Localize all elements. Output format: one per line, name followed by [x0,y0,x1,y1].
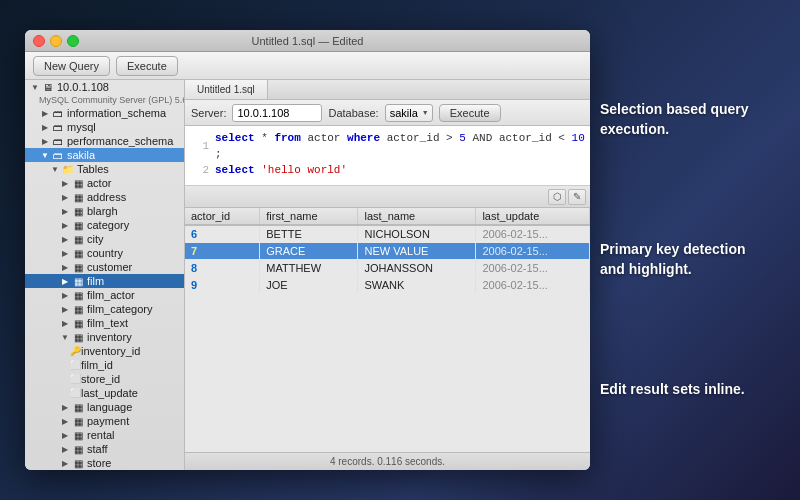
sidebar-item-film[interactable]: ▶ ▦ film [25,274,184,288]
col-header-actor-id: actor_id [185,208,260,225]
db-value: sakila [390,107,418,119]
table-name: customer [87,261,132,273]
table-name: address [87,191,126,203]
sidebar-item-city[interactable]: ▶ ▦ city [25,232,184,246]
line-number: 1 [193,138,209,154]
table-row[interactable]: 9JOESWANK2006-02-15... [185,277,590,294]
table-icon: ▦ [71,247,85,259]
arrow-icon: ▶ [59,275,71,287]
db-icon: 🗃 [51,121,65,133]
sidebar-item-customer[interactable]: ▶ ▦ customer [25,260,184,274]
table-icon: ▦ [71,261,85,273]
results-table-wrapper[interactable]: actor_id first_name last_name last_updat… [185,208,590,452]
status-text: 4 records. 0.116 seconds. [330,456,445,467]
database-label: Database: [328,107,378,119]
arrow-icon: ▼ [29,81,41,93]
status-bar: 4 records. 0.116 seconds. [185,452,590,470]
results-toolbar: ⬡ ✎ [185,186,590,208]
doc-tab[interactable]: Untitled 1.sql [185,80,268,99]
col-header-last-name: last_name [358,208,476,225]
table-row[interactable]: 7GRACENEW VALUE2006-02-15... [185,243,590,260]
sidebar-item-information-schema[interactable]: ▶ 🗃 information_schema [25,106,184,120]
table-icon: ▦ [71,205,85,217]
table-name: blargh [87,205,118,217]
table-name: film_text [87,317,128,329]
server-input[interactable]: 10.0.1.108 [232,104,322,122]
col-icon: ⬜ [69,359,81,371]
minimize-button[interactable] [50,35,62,47]
table-row[interactable]: 8MATTHEWJOHANSSON2006-02-15... [185,260,590,277]
line-number: 2 [193,162,209,178]
maximize-button[interactable] [67,35,79,47]
table-icon: ▦ [71,331,85,343]
annotation-2-text: Primary key detectionand highlight. [600,241,746,277]
table-row[interactable]: 6BETTENICHOLSON2006-02-15... [185,225,590,243]
app-window: Untitled 1.sql — Edited New Query Execut… [25,30,590,470]
results-export-icon[interactable]: ⬡ [548,189,566,205]
table-icon: ▦ [71,191,85,203]
sidebar-item-payment[interactable]: ▶ ▦ payment [25,414,184,428]
arrow-icon: ▶ [59,191,71,203]
table-icon: ▦ [71,401,85,413]
close-button[interactable] [33,35,45,47]
cell-last-name: NEW VALUE [358,243,476,260]
sidebar-item-category[interactable]: ▶ ▦ category [25,218,184,232]
right-panel: Selection based queryexecution. Primary … [590,30,800,470]
sidebar-item-language[interactable]: ▶ ▦ language [25,400,184,414]
table-name: store [87,457,111,469]
sidebar-item-address[interactable]: ▶ ▦ address [25,190,184,204]
arrow-icon: ▶ [59,457,71,469]
sidebar-item-mysql[interactable]: ▶ 🗃 mysql [25,120,184,134]
sql-line-2: 2 select 'hello world' [193,162,586,178]
col-icon: ⬜ [69,373,81,385]
col-icon: 🔑 [69,345,81,357]
server-icon: 🖥 [41,81,55,93]
sidebar-item-film-category[interactable]: ▶ ▦ film_category [25,302,184,316]
arrow-icon: ▶ [59,289,71,301]
db-name: performance_schema [67,135,173,147]
annotation-2: Primary key detectionand highlight. [600,240,790,279]
arrow-icon: ▶ [59,261,71,273]
new-query-button[interactable]: New Query [33,56,110,76]
sidebar-item-film-text[interactable]: ▶ ▦ film_text [25,316,184,330]
arrow-icon: ▶ [59,401,71,413]
sql-code: select 'hello world' [215,162,347,178]
sidebar-item-store[interactable]: ▶ ▦ store [25,456,184,470]
table-icon: ▦ [71,429,85,441]
arrow-icon: ▶ [39,107,51,119]
cell-first-name: BETTE [260,225,358,243]
col-header-last-update: last_update [476,208,590,225]
results-filter-icon[interactable]: ✎ [568,189,586,205]
query-execute-button[interactable]: Execute [439,104,501,122]
sidebar-item-inventory-id[interactable]: 🔑 inventory_id [25,344,184,358]
sidebar-item-film-actor[interactable]: ▶ ▦ film_actor [25,288,184,302]
database-select[interactable]: sakila [385,104,433,122]
sidebar-item-inventory[interactable]: ▼ ▦ inventory [25,330,184,344]
sidebar-item-blargh[interactable]: ▶ ▦ blargh [25,204,184,218]
table-icon: ▦ [71,275,85,287]
sidebar-item-actor[interactable]: ▶ ▦ actor [25,176,184,190]
sql-editor[interactable]: 1 select * from actor where actor_id > 5… [185,126,590,186]
sidebar-item-sakila[interactable]: ▼ 🗃 sakila [25,148,184,162]
sidebar-item-performance-schema[interactable]: ▶ 🗃 performance_schema [25,134,184,148]
cell-first-name: GRACE [260,243,358,260]
sidebar-item-last-update-col[interactable]: ⬜ last_update [25,386,184,400]
cell-last-update: 2006-02-15... [476,277,590,294]
sidebar-item-film-id[interactable]: ⬜ film_id [25,358,184,372]
arrow-icon: ▶ [59,317,71,329]
sidebar-item-rental[interactable]: ▶ ▦ rental [25,428,184,442]
sidebar-item-staff[interactable]: ▶ ▦ staff [25,442,184,456]
cell-last-update: 2006-02-15... [476,243,590,260]
sidebar-item-store-id[interactable]: ⬜ store_id [25,372,184,386]
execute-button[interactable]: Execute [116,56,178,76]
cell-last-name: SWANK [358,277,476,294]
server-label: Server: [191,107,226,119]
db-icon: 🗃 [51,149,65,161]
sidebar-server-root[interactable]: ▼ 🖥 10.0.1.108 [25,80,184,94]
server-value: 10.0.1.108 [237,107,289,119]
sidebar-item-tables[interactable]: ▼ 📁 Tables [25,162,184,176]
col-name: inventory_id [81,345,140,357]
sidebar-item-country[interactable]: ▶ ▦ country [25,246,184,260]
cell-last-name: JOHANSSON [358,260,476,277]
arrow-icon: ▶ [59,303,71,315]
